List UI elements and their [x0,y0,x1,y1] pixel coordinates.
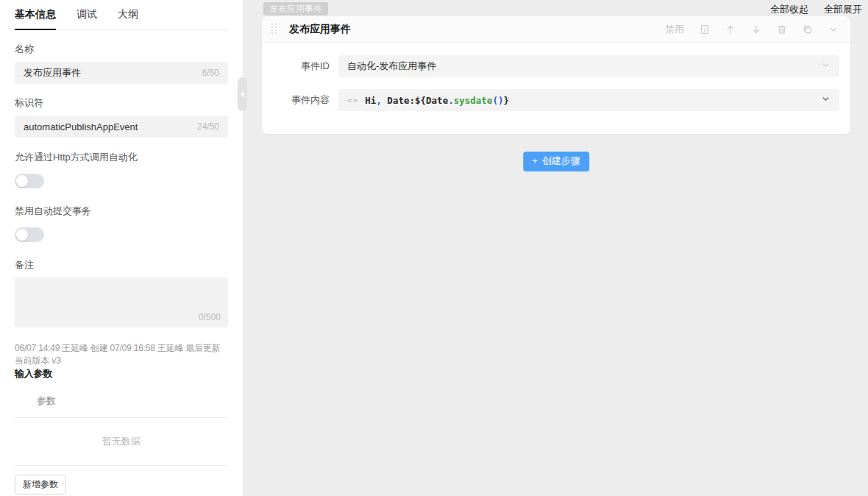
expand-all-link[interactable]: 全部展开 [824,3,862,16]
meta-version: 当前版本 v3 [15,355,228,367]
tab-outline[interactable]: 大纲 [118,8,138,29]
http-toggle-label: 允许通过Http方式调用自动化 [15,151,228,164]
code-icon: <> [347,96,358,105]
event-content-label: 事件内容 [262,93,330,107]
params-empty-state: 暂无数据 [15,418,228,465]
divider [15,465,228,466]
tab-basic-info[interactable]: 基本信息 [15,8,56,29]
identifier-input[interactable]: automaticPublishAppEvent 24/50 [15,116,228,138]
step-card: 发布应用事件 禁用 [262,16,850,134]
identifier-value: automaticPublishAppEvent [24,121,191,132]
name-label: 名称 [15,43,228,56]
canvas-top-links: 全部收起 全部展开 [770,3,862,16]
sidebar-tabs: 基本信息 调试 大纲 [15,8,228,30]
http-toggle-switch[interactable] [15,174,44,188]
collapse-card-chevron-icon[interactable] [828,24,839,35]
identifier-label: 标识符 [15,96,228,110]
input-params-title: 输入参数 [15,367,228,380]
trash-icon[interactable] [777,24,787,35]
detail-icon[interactable] [700,24,710,35]
create-step-button[interactable]: +创建步骤 [523,152,589,171]
event-content-code: Hi, Date:${Date.sysdate()} [365,95,821,106]
add-param-button[interactable]: 新增参数 [15,475,66,495]
tab-debug[interactable]: 调试 [77,8,97,29]
step-card-toolbar: 禁用 [665,23,839,36]
meta-history: 06/07 14:49 王延峰 创建 07/09 16:58 王延峰 最后更新 [15,342,228,355]
identifier-counter: 24/50 [197,121,219,132]
disable-step-button[interactable]: 禁用 [665,23,684,36]
toggle-knob [16,229,28,241]
step-card-header: 发布应用事件 禁用 [262,16,850,43]
automation-canvas: 发布应用事件 全部收起 全部展开 发布应用事件 禁用 [243,0,868,496]
remark-counter: 0/500 [199,312,221,322]
collapse-all-link[interactable]: 全部收起 [770,3,808,16]
chevron-down-icon [821,60,830,72]
arrow-up-icon[interactable] [725,24,736,35]
autocommit-toggle-switch[interactable] [15,227,44,242]
event-content-editor[interactable]: <> Hi, Date:${Date.sysdate()} [338,89,839,111]
remark-label: 备注 [15,258,228,272]
sidebar-collapse-handle[interactable] [238,77,247,111]
name-input[interactable]: 发布应用事件 6/50 [15,62,228,84]
plus-icon: + [532,155,538,166]
event-content-row: 事件内容 <> Hi, Date:${Date.sysdate()} [262,89,839,111]
event-id-select[interactable]: 自动化-发布应用事件 [338,55,839,77]
toggle-knob [16,175,28,187]
step-breadcrumb-tag[interactable]: 发布应用事件 [263,2,328,15]
param-column-header: 参数 [15,394,228,408]
arrow-down-icon[interactable] [751,24,761,35]
copy-icon[interactable] [803,24,813,35]
drag-handle-icon[interactable] [271,24,277,35]
remark-textarea[interactable]: 0/500 [15,277,228,327]
step-card-title: 发布应用事件 [289,23,351,36]
config-sidebar: 基本信息 调试 大纲 名称 发布应用事件 6/50 标识符 automaticP… [0,0,243,496]
event-id-value: 自动化-发布应用事件 [347,60,821,73]
chevron-down-icon[interactable] [821,94,830,106]
create-step-label: 创建步骤 [542,155,580,166]
event-id-label: 事件ID [262,60,330,73]
name-counter: 6/50 [202,68,219,78]
event-id-row: 事件ID 自动化-发布应用事件 [262,55,839,77]
meta-info: 06/07 14:49 王延峰 创建 07/09 16:58 王延峰 最后更新 … [15,342,228,380]
autocommit-toggle-label: 禁用自动提交事务 [15,205,228,218]
name-value: 发布应用事件 [24,66,196,79]
step-card-body: 事件ID 自动化-发布应用事件 事件内容 <> Hi, Date:${Date.… [262,43,850,111]
